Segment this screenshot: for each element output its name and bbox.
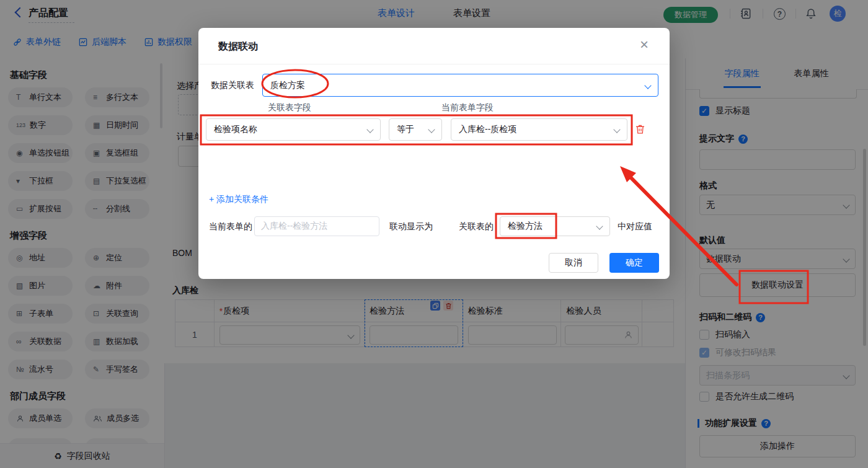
related-table-label: 关联表的 (459, 221, 494, 232)
condition-operator-value: 等于 (397, 124, 414, 135)
condition-target-value: 入库检--质检项 (459, 124, 516, 135)
app-root: 产品配置 表单设计 表单设置 数据管理 ? 检 表单外链后端脚本数据权限 (0, 0, 868, 468)
relation-table-value: 质检方案 (270, 80, 305, 91)
delete-condition-icon[interactable] (635, 124, 645, 136)
modal-title: 数据联动 (218, 40, 258, 53)
current-field-header: 当前表单字段 (441, 102, 494, 113)
condition-field-value: 检验项名称 (214, 124, 257, 135)
add-condition-label: 添加关联条件 (216, 194, 268, 204)
modal-header-divider (198, 64, 670, 64)
current-form-field-value: 入库检--检验方法 (261, 221, 327, 232)
condition-operator-select[interactable]: 等于 (389, 118, 442, 141)
suffix-label: 中对应值 (618, 221, 652, 232)
related-field-value: 检验方法 (508, 221, 542, 232)
relation-table-select[interactable]: 质检方案 (262, 74, 658, 97)
current-form-label: 当前表单的 (209, 221, 252, 232)
confirm-button[interactable]: 确定 (609, 253, 659, 273)
condition-target-select[interactable]: 入库检--质检项 (451, 118, 627, 141)
plus-icon: + (209, 194, 214, 204)
related-field-select[interactable]: 检验方法 (500, 216, 610, 236)
add-condition-link[interactable]: + 添加关联条件 (209, 194, 268, 205)
data-linkage-modal: 数据联动 × 数据关联表 质检方案 关联表字段 当前表单字段 检验项名称 等于 … (198, 28, 670, 279)
relation-table-label: 数据关联表 (211, 80, 254, 91)
close-icon[interactable]: × (640, 37, 649, 52)
linkage-show-label: 联动显示为 (389, 221, 433, 232)
current-form-field-input[interactable]: 入库检--检验方法 (254, 216, 379, 236)
cancel-button[interactable]: 取消 (549, 253, 598, 273)
related-field-header: 关联表字段 (268, 102, 311, 113)
condition-field-select[interactable]: 检验项名称 (206, 118, 381, 141)
